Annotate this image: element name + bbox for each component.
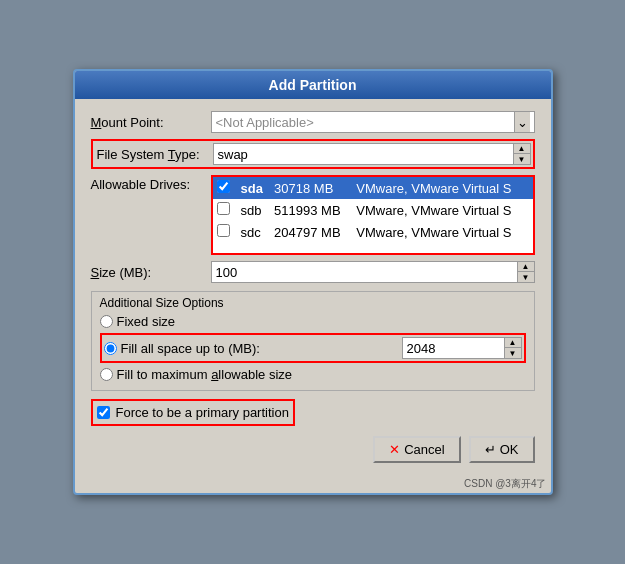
dialog-title: Add Partition (75, 71, 551, 99)
drive-row[interactable]: sda30718 MBVMware, VMware Virtual S (213, 177, 533, 199)
fs-type-down-btn[interactable]: ▼ (514, 154, 530, 164)
size-spin: ▲ ▼ (517, 262, 534, 282)
drive-checkbox-sdb[interactable] (217, 202, 230, 215)
size-up-btn[interactable]: ▲ (518, 262, 534, 272)
fill-all-spin: ▲ ▼ (504, 338, 521, 358)
force-primary-checkbox[interactable] (97, 406, 110, 419)
drive-checkbox-sdc[interactable] (217, 224, 230, 237)
fixed-size-row: Fixed size (100, 314, 526, 329)
size-input-wrapper: ▲ ▼ (211, 261, 535, 283)
fs-type-spin: ▲ ▼ (513, 144, 530, 164)
allowable-drives-row: Allowable Drives: sda30718 MBVMware, VMw… (91, 175, 535, 255)
drive-name: sda (237, 177, 271, 199)
watermark: CSDN @3离开4了 (75, 477, 551, 493)
fill-all-down-btn[interactable]: ▼ (505, 348, 521, 358)
additional-size-section: Additional Size Options Fixed size Fill … (91, 291, 535, 391)
drive-row[interactable]: sdc204797 MBVMware, VMware Virtual S (213, 221, 533, 243)
fs-type-up-btn[interactable]: ▲ (514, 144, 530, 154)
fill-all-input[interactable] (403, 338, 504, 358)
fill-all-radio[interactable] (104, 342, 117, 355)
size-label: Size (MB): (91, 265, 211, 280)
size-row: Size (MB): ▲ ▼ (91, 261, 535, 283)
force-primary-label: Force to be a primary partition (116, 405, 289, 420)
fill-max-label: Fill to maximum allowable size (117, 367, 293, 382)
additional-size-title: Additional Size Options (100, 296, 526, 310)
drive-vendor: VMware, VMware Virtual S (352, 221, 532, 243)
fill-all-label: Fill all space up to (MB): (121, 341, 260, 356)
size-input[interactable] (212, 262, 517, 282)
size-down-btn[interactable]: ▼ (518, 272, 534, 282)
fixed-size-radio[interactable] (100, 315, 113, 328)
cancel-icon: ✕ (389, 442, 400, 457)
drive-vendor: VMware, VMware Virtual S (352, 199, 532, 221)
drive-size: 204797 MB (270, 221, 352, 243)
drive-row[interactable]: sdb511993 MBVMware, VMware Virtual S (213, 199, 533, 221)
fill-all-up-btn[interactable]: ▲ (505, 338, 521, 348)
drive-size: 511993 MB (270, 199, 352, 221)
fs-type-select-wrapper: swap ext2 ext3 ext4 ▲ ▼ (213, 143, 531, 165)
fill-max-row: Fill to maximum allowable size (100, 367, 526, 382)
mount-point-row: Mount Point: <Not Applicable> ⌄ (91, 111, 535, 133)
ok-button[interactable]: ↵ OK (469, 436, 535, 463)
allowable-drives-label: Allowable Drives: (91, 177, 211, 192)
drive-size: 30718 MB (270, 177, 352, 199)
mount-point-value: <Not Applicable> (216, 115, 514, 130)
fill-all-row: Fill all space up to (MB): ▲ ▼ (100, 333, 526, 363)
mount-point-wrapper: <Not Applicable> ⌄ (211, 111, 535, 133)
mount-point-label: Mount Point: (91, 115, 211, 130)
drives-area: sda30718 MBVMware, VMware Virtual Ssdb51… (211, 175, 535, 255)
drives-table: sda30718 MBVMware, VMware Virtual Ssdb51… (213, 177, 533, 243)
fill-max-radio[interactable] (100, 368, 113, 381)
ok-icon: ↵ (485, 442, 496, 457)
fill-all-input-wrapper: ▲ ▼ (402, 337, 522, 359)
mount-point-dropdown-btn[interactable]: ⌄ (514, 112, 530, 132)
dialog-buttons: ✕ Cancel ↵ OK (91, 436, 535, 467)
drive-checkbox-sda[interactable] (217, 180, 230, 193)
fs-type-row: File System Type: swap ext2 ext3 ext4 ▲ … (91, 139, 535, 169)
fs-type-select[interactable]: swap ext2 ext3 ext4 (214, 144, 513, 164)
ok-label: OK (500, 442, 519, 457)
cancel-button[interactable]: ✕ Cancel (373, 436, 460, 463)
fixed-size-label: Fixed size (117, 314, 176, 329)
drives-table-wrapper: sda30718 MBVMware, VMware Virtual Ssdb51… (211, 175, 535, 255)
add-partition-dialog: Add Partition Mount Point: <Not Applicab… (73, 69, 553, 495)
drive-name: sdb (237, 199, 271, 221)
fs-type-label: File System Type: (95, 147, 213, 162)
drive-name: sdc (237, 221, 271, 243)
drive-vendor: VMware, VMware Virtual S (352, 177, 532, 199)
force-partition-row: Force to be a primary partition (91, 399, 295, 426)
cancel-label: Cancel (404, 442, 444, 457)
